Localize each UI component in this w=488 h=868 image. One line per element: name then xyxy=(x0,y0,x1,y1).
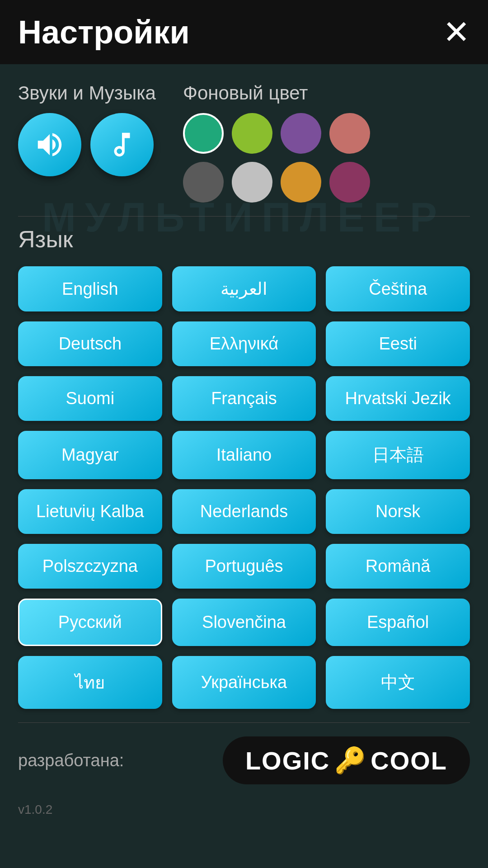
version-text: v1.0.2 xyxy=(0,798,488,826)
lang-button-pl[interactable]: Polszczyzna xyxy=(18,544,162,589)
lang-button-uk[interactable]: Українська xyxy=(172,656,316,709)
lang-button-pt[interactable]: Português xyxy=(172,544,316,589)
lang-button-lt[interactable]: Lietuvių Kalba xyxy=(18,489,162,534)
lang-button-zh[interactable]: 中文 xyxy=(326,656,470,709)
lang-button-it[interactable]: Italiano xyxy=(172,431,316,479)
logo-text-left: LOGIC xyxy=(245,746,330,775)
color-option-green[interactable] xyxy=(183,113,224,154)
footer: разработана: LOGIC 🔑 COOL xyxy=(0,736,488,798)
lang-button-et[interactable]: Eesti xyxy=(326,321,470,366)
colors-section: Фоновый цвет xyxy=(183,82,470,203)
color-option-silver[interactable] xyxy=(232,162,272,203)
sound-buttons-container xyxy=(18,113,156,176)
sound-effects-button[interactable] xyxy=(18,113,81,176)
lang-button-en[interactable]: English xyxy=(18,266,162,311)
color-option-crimson[interactable] xyxy=(329,162,370,203)
lang-button-hr[interactable]: Hrvatski Jezik xyxy=(326,376,470,421)
page-title: Настройки xyxy=(18,14,190,51)
lang-button-de[interactable]: Deutsch xyxy=(18,321,162,366)
lang-button-nl[interactable]: Nederlands xyxy=(172,489,316,534)
sounds-label: Звуки и Музыка xyxy=(18,82,156,104)
color-option-amber[interactable] xyxy=(281,162,321,203)
lang-button-ja[interactable]: 日本語 xyxy=(326,431,470,479)
lang-button-hu[interactable]: Magyar xyxy=(18,431,162,479)
lang-button-ru[interactable]: Русский xyxy=(18,599,162,646)
sounds-section: Звуки и Музыка xyxy=(18,82,156,203)
logo-badge: LOGIC 🔑 COOL xyxy=(223,736,470,784)
lang-button-ar[interactable]: العربية xyxy=(172,266,316,311)
header: Настройки ✕ xyxy=(0,0,488,64)
music-icon xyxy=(106,129,138,160)
lang-button-ro[interactable]: Română xyxy=(326,544,470,589)
color-option-purple[interactable] xyxy=(281,113,321,154)
divider-1 xyxy=(18,216,470,217)
color-option-rose[interactable] xyxy=(329,113,370,154)
music-button[interactable] xyxy=(90,113,154,176)
speaker-icon xyxy=(34,129,66,160)
lang-button-th[interactable]: ไทย xyxy=(18,656,162,709)
language-grid: EnglishالعربيةČeštinaDeutschΕλληνικάEest… xyxy=(18,266,470,709)
lang-button-el[interactable]: Ελληνικά xyxy=(172,321,316,366)
logo-key-icon: 🔑 xyxy=(334,745,366,775)
color-option-lime[interactable] xyxy=(232,113,272,154)
language-section: Язык EnglishالعربيةČeštinaDeutschΕλληνικ… xyxy=(18,226,470,709)
lang-button-es[interactable]: Español xyxy=(326,599,470,646)
colors-label: Фоновый цвет xyxy=(183,82,470,104)
lang-button-fr[interactable]: Français xyxy=(172,376,316,421)
lang-button-cs[interactable]: Čeština xyxy=(326,266,470,311)
top-section: Звуки и Музыка Фоновый цвет xyxy=(18,82,470,203)
color-grid xyxy=(183,113,470,203)
lang-button-fi[interactable]: Suomi xyxy=(18,376,162,421)
content-area: Звуки и Музыка Фоновый цвет xyxy=(0,64,488,723)
divider-2 xyxy=(18,722,470,723)
lang-button-no[interactable]: Norsk xyxy=(326,489,470,534)
close-button[interactable]: ✕ xyxy=(443,16,470,48)
color-option-charcoal[interactable] xyxy=(183,162,224,203)
logo-text-right: COOL xyxy=(371,746,447,775)
language-label: Язык xyxy=(18,226,470,253)
developed-label: разработана: xyxy=(18,751,124,770)
lang-button-sk[interactable]: Slovenčina xyxy=(172,599,316,646)
